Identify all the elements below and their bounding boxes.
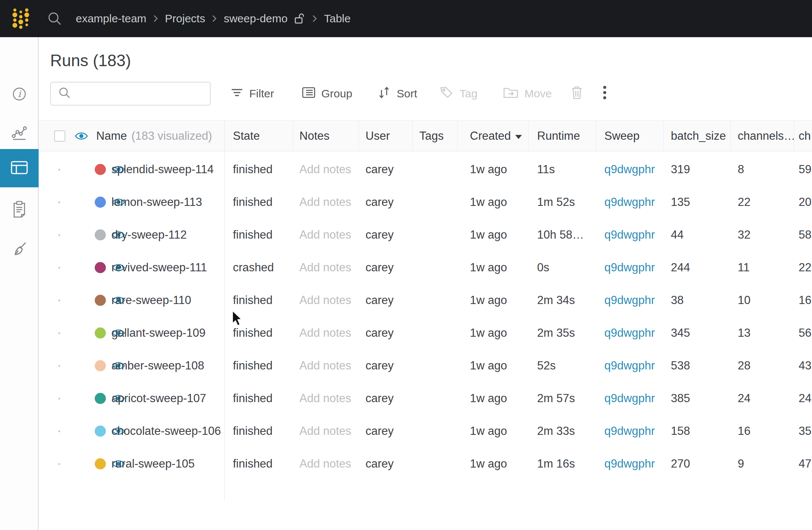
column-header-state[interactable]: State: [233, 120, 260, 152]
column-header-channels[interactable]: channels…: [738, 120, 795, 152]
run-batch-size: 244: [671, 251, 690, 284]
run-sweep-link[interactable]: q9dwgphr: [604, 284, 655, 317]
column-header-created[interactable]: Created: [470, 120, 522, 152]
run-name-link[interactable]: gallant-sweep-109: [111, 317, 205, 349]
run-notes-placeholder[interactable]: Add notes: [299, 219, 351, 251]
run-user: carey: [366, 251, 394, 284]
run-channels-2: 35: [799, 415, 811, 447]
column-header-sweep[interactable]: Sweep: [604, 120, 640, 152]
row-drag-dot: [58, 169, 60, 171]
run-sweep-link[interactable]: q9dwgphr: [604, 186, 655, 219]
breadcrumb-item[interactable]: Table: [324, 12, 351, 25]
column-header-runtime[interactable]: Runtime: [537, 120, 580, 152]
column-separator: [528, 120, 529, 151]
run-state: finished: [233, 349, 273, 382]
run-notes-placeholder[interactable]: Add notes: [299, 447, 351, 480]
run-color-dot: [95, 327, 106, 339]
run-notes-placeholder[interactable]: Add notes: [299, 382, 351, 415]
column-separator: [663, 120, 664, 151]
run-sweep-link[interactable]: q9dwgphr: [604, 317, 655, 349]
run-runtime: 52s: [537, 349, 556, 382]
tag-label: Tag: [459, 87, 477, 100]
visibility-eye-icon[interactable]: [75, 131, 88, 141]
column-separator: [596, 120, 596, 151]
run-user: carey: [366, 349, 394, 382]
column-header-user[interactable]: User: [366, 120, 390, 152]
run-state: finished: [233, 153, 273, 186]
run-created: 1w ago: [470, 349, 507, 382]
wandb-logo[interactable]: [11, 5, 30, 33]
breadcrumb-item[interactable]: Projects: [165, 12, 205, 25]
run-batch-size: 345: [671, 317, 690, 349]
run-notes-placeholder[interactable]: Add notes: [299, 186, 351, 219]
search-icon: [58, 87, 71, 101]
run-state: finished: [233, 186, 273, 219]
run-color-dot: [95, 458, 106, 469]
run-channels-2: 20: [799, 186, 811, 219]
column-header-notes[interactable]: Notes: [299, 120, 329, 152]
run-name-link[interactable]: rural-sweep-105: [111, 447, 195, 480]
move-label: Move: [524, 87, 552, 100]
run-sweep-link[interactable]: q9dwgphr: [604, 153, 655, 186]
run-batch-size: 270: [671, 447, 690, 480]
select-all-checkbox[interactable]: [54, 130, 65, 142]
column-header-name[interactable]: Name (183 visualized): [75, 120, 212, 152]
run-notes-placeholder[interactable]: Add notes: [299, 349, 351, 382]
sidebar-item-sweeps[interactable]: [0, 230, 39, 269]
breadcrumb-item[interactable]: example-team: [76, 12, 146, 25]
run-name-link[interactable]: chocolate-sweep-106: [111, 415, 221, 447]
runs-search-box: [50, 82, 211, 106]
run-channels-2: 59: [799, 153, 811, 186]
run-notes-placeholder[interactable]: Add notes: [299, 251, 351, 284]
kebab-icon: [602, 85, 607, 103]
run-batch-size: 158: [671, 415, 690, 447]
column-header-tags[interactable]: Tags: [419, 120, 444, 152]
run-sweep-link[interactable]: q9dwgphr: [604, 251, 655, 284]
search-icon[interactable]: [48, 12, 62, 28]
sidebar-item-charts[interactable]: [0, 114, 39, 153]
run-name-link[interactable]: revived-sweep-111: [111, 251, 207, 284]
run-channels: 13: [738, 317, 750, 349]
sidebar-item-reports[interactable]: [0, 190, 39, 229]
run-name-link[interactable]: dry-sweep-112: [111, 219, 187, 251]
run-name-link[interactable]: amber-sweep-108: [111, 349, 204, 382]
run-name-link[interactable]: splendid-sweep-114: [111, 153, 214, 186]
column-header-batch-size[interactable]: batch_size: [671, 120, 726, 152]
table-row: chocolate-sweep-106 finished Add notes c…: [39, 415, 812, 447]
sort-button[interactable]: Sort: [377, 83, 417, 105]
run-color-dot: [95, 295, 106, 306]
table-row: rural-sweep-105 finished Add notes carey…: [39, 447, 812, 480]
name-header-label: Name: [96, 129, 127, 143]
row-drag-dot: [58, 398, 60, 400]
run-channels: 24: [738, 382, 750, 415]
run-name-link[interactable]: lemon-sweep-113: [111, 186, 202, 219]
run-runtime: 10h 58…: [537, 219, 584, 251]
run-notes-placeholder[interactable]: Add notes: [299, 284, 351, 317]
breadcrumb: example-teamProjectssweep-demoTable: [76, 0, 351, 37]
run-name-link[interactable]: rare-sweep-110: [111, 284, 191, 317]
table-row: apricot-sweep-107 finished Add notes car…: [39, 382, 812, 415]
run-runtime: 2m 33s: [537, 415, 575, 447]
run-sweep-link[interactable]: q9dwgphr: [604, 382, 655, 415]
column-header-channels-2[interactable]: ch: [799, 120, 811, 152]
run-sweep-link[interactable]: q9dwgphr: [604, 219, 655, 251]
run-created: 1w ago: [470, 382, 507, 415]
sidebar-item-table[interactable]: [0, 149, 39, 187]
run-sweep-link[interactable]: q9dwgphr: [604, 415, 655, 447]
run-notes-placeholder[interactable]: Add notes: [299, 317, 351, 349]
group-button[interactable]: Group: [302, 83, 352, 105]
run-name-link[interactable]: apricot-sweep-107: [111, 382, 206, 415]
sidebar-item-info[interactable]: i: [0, 75, 39, 114]
row-drag-dot: [58, 463, 60, 465]
run-sweep-link[interactable]: q9dwgphr: [604, 349, 655, 382]
chevron-right-icon: [153, 14, 158, 23]
more-options-button[interactable]: [602, 83, 607, 105]
runs-search-input[interactable]: [75, 87, 202, 100]
run-notes-placeholder[interactable]: Add notes: [299, 153, 351, 186]
run-sweep-link[interactable]: q9dwgphr: [604, 447, 655, 480]
run-channels-2: 58: [799, 219, 811, 251]
run-notes-placeholder[interactable]: Add notes: [299, 415, 351, 447]
run-state: finished: [233, 219, 273, 251]
breadcrumb-item[interactable]: sweep-demo: [224, 12, 288, 25]
filter-button[interactable]: Filter: [230, 83, 274, 105]
